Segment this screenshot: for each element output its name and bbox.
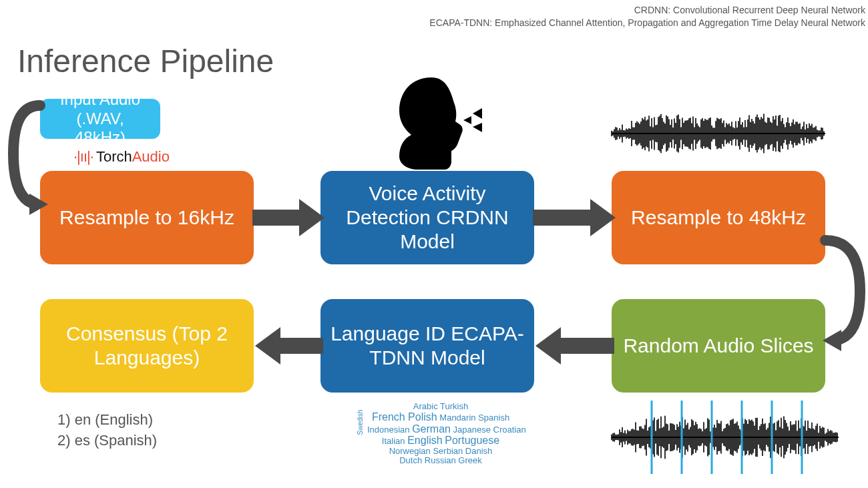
torchaudio-label: ·|ıı|·TorchAudio (73, 148, 170, 166)
waveform-icon-top (612, 100, 825, 167)
waveform-slices-icon (612, 401, 839, 474)
torchaudio-suffix: Audio (132, 148, 170, 165)
arrow-r16-to-vad (252, 199, 326, 236)
box-random-slices: Random Audio Slices (612, 299, 825, 393)
wc-row: Norwegian Serbian Danish (354, 447, 527, 456)
wc-row: Dutch Russian Greek (354, 456, 527, 465)
arrow-vad-to-r48 (533, 199, 617, 236)
svg-marker-2 (299, 199, 324, 236)
speaking-head-icon (385, 72, 491, 172)
note-ecapa: ECAPA-TDNN: Emphasized Channel Attention… (429, 17, 865, 29)
svg-marker-0 (29, 194, 48, 215)
box-resample-16khz: Resample to 16kHz (40, 171, 254, 264)
output-1: 1) en (English) (57, 410, 157, 431)
svg-rect-6 (561, 338, 614, 354)
svg-marker-11 (473, 108, 482, 119)
wc-row: Italian English Portuguese (354, 435, 527, 447)
svg-marker-7 (535, 327, 561, 364)
svg-rect-3 (533, 210, 590, 226)
box-resample-48khz: Resample to 48kHz (612, 171, 825, 264)
arrow-input-to-resample16 (9, 100, 69, 214)
svg-marker-12 (473, 123, 482, 132)
abbreviation-notes: CRDNN: Convolutional Recurrent Deep Neur… (429, 4, 865, 29)
wc-row: Arabic Turkish (354, 402, 527, 411)
torchaudio-icon: ·|ıı|· (73, 148, 93, 165)
wc-row: Swedish Indonesian German Japanese Croat… (354, 423, 527, 435)
svg-rect-1 (252, 210, 299, 226)
output-2: 2) es (Spanish) (57, 431, 157, 451)
svg-marker-5 (823, 330, 841, 351)
box-consensus: Consensus (Top 2 Languages) (40, 299, 254, 393)
svg-marker-10 (463, 116, 471, 124)
arrow-r48-to-slices (823, 235, 868, 348)
arrow-slices-to-langid (534, 327, 614, 364)
svg-marker-9 (255, 327, 280, 364)
svg-rect-8 (280, 338, 323, 354)
note-crdnn: CRDNN: Convolutional Recurrent Deep Neur… (429, 4, 865, 17)
wc-row: French Polish Mandarin Spanish (354, 411, 527, 423)
output-list: 1) en (English) 2) es (Spanish) (57, 410, 157, 451)
box-vad-crdnn: Voice Activity Detection CRDNN Model (320, 171, 534, 264)
page-title: Inference Pipeline (17, 43, 274, 79)
language-wordcloud: Arabic Turkish French Polish Mandarin Sp… (354, 402, 527, 466)
torchaudio-prefix: Torch (96, 148, 132, 165)
arrow-langid-to-consensus (254, 327, 323, 364)
box-language-id: Language ID ECAPA-TDNN Model (320, 299, 534, 393)
svg-marker-4 (590, 199, 616, 236)
